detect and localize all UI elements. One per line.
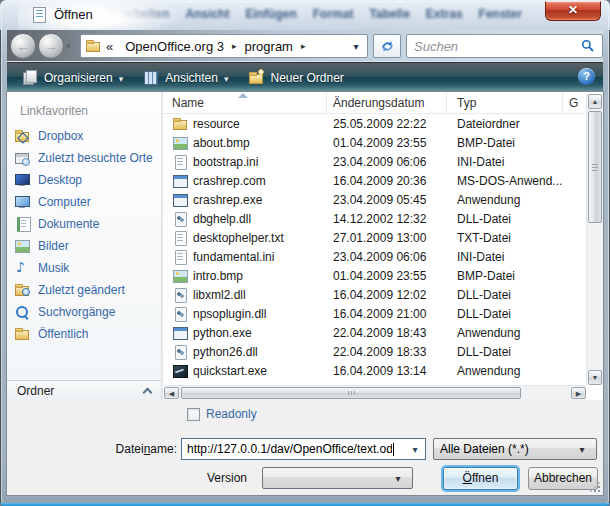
sidebar-item-musik[interactable]: Musik	[7, 257, 161, 279]
readonly-label[interactable]: Readonly	[206, 407, 257, 421]
table-row-fundamental-ini[interactable]: fundamental.ini23.04.2009 06:06INI-Datei	[164, 247, 586, 266]
breadcrumb-overflow[interactable]: «	[104, 39, 115, 54]
column-header-label: Änderungsdatum	[333, 96, 424, 110]
breadcrumb-segment-openoffice-org-3[interactable]: OpenOffice.org 3	[118, 39, 231, 54]
file-type: MS-DOS-Anwend...	[447, 174, 563, 188]
column-header-label: Name	[172, 96, 204, 110]
table-row-npsoplugin-dll[interactable]: npsoplugin.dll16.04.2009 21:00DLL-Datei	[164, 304, 586, 323]
version-dropdown-icon[interactable]	[390, 471, 406, 485]
background-menu-item: Tabelle	[369, 7, 409, 21]
horizontal-scroll-thumb[interactable]	[181, 387, 521, 399]
ini-file-icon	[172, 154, 188, 170]
file-date: 14.12.2002 12:32	[327, 212, 447, 226]
sidebar-item-desktop[interactable]: Desktop	[7, 169, 161, 191]
history-dropdown-icon[interactable]	[66, 40, 78, 52]
scroll-up-button[interactable]	[588, 94, 602, 109]
breadcrumb-chevron-icon[interactable]: ▸	[300, 41, 307, 51]
table-row-python-exe[interactable]: python.exe22.04.2009 18:43Anwendung	[164, 323, 586, 342]
scroll-left-button[interactable]	[164, 387, 179, 399]
scroll-right-button[interactable]	[571, 387, 586, 399]
folders-expander[interactable]: Ordner	[7, 380, 161, 400]
vertical-scrollbar[interactable]	[586, 94, 603, 385]
filename-label-text: ame:	[150, 442, 177, 456]
table-row-python26-dll[interactable]: python26.dll22.04.2009 18:33DLL-Datei	[164, 342, 586, 361]
table-row-crashrep-com[interactable]: crashrep.com16.04.2009 20:36MS-DOS-Anwen…	[164, 171, 586, 190]
forward-button[interactable]	[38, 33, 64, 59]
file-date: 23.04.2009 06:06	[327, 250, 447, 264]
file-name: python.exe	[193, 326, 252, 340]
file-name-cell: resource	[164, 116, 327, 132]
readonly-checkbox[interactable]	[187, 408, 200, 421]
table-row-desktophelper-txt[interactable]: desktophelper.txt27.01.2009 13:00TXT-Dat…	[164, 228, 586, 247]
background-menu-item: Einfügen	[245, 7, 296, 21]
sidebar-item-computer[interactable]: Computer	[7, 191, 161, 213]
sidebar-item-suchvorg-nge[interactable]: Suchvorgänge	[7, 301, 161, 323]
open-file-dialog: DateiBearbeitenAnsichtEinfügenFormatTabe…	[0, 0, 610, 506]
file-date: 16.04.2009 21:00	[327, 307, 447, 321]
sidebar-item-ffentlich[interactable]: Öffentlich	[7, 323, 161, 345]
views-button[interactable]: Ansichten	[136, 67, 235, 89]
column-header-type[interactable]: Typ	[447, 92, 563, 113]
sidebar-item-dokumente[interactable]: Dokumente	[7, 213, 161, 235]
table-row-dbghelp-dll[interactable]: dbghelp.dll14.12.2002 12:32DLL-Datei	[164, 209, 586, 228]
search-box[interactable]: Suchen	[406, 34, 603, 58]
computer-icon	[14, 194, 30, 210]
sidebar-item-zuletzt-besuchte-orte[interactable]: Zuletzt besuchte Orte	[7, 147, 161, 169]
dll-file-icon	[172, 306, 188, 322]
file-type: Anwendung	[447, 364, 563, 378]
table-row-crashrep-exe[interactable]: crashrep.exe23.04.2009 05:45Anwendung	[164, 190, 586, 209]
resize-grip[interactable]	[589, 481, 601, 493]
app-icon	[172, 192, 188, 208]
back-button[interactable]	[10, 33, 36, 59]
app-icon	[172, 325, 188, 341]
table-row-libxml2-dll[interactable]: libxml2.dll16.04.2009 12:02DLL-Datei	[164, 285, 586, 304]
column-header-label: Typ	[457, 96, 476, 110]
address-dropdown-icon[interactable]	[349, 39, 363, 53]
sidebar-item-bilder[interactable]: Bilder	[7, 235, 161, 257]
breadcrumb-segment-program[interactable]: program	[238, 39, 300, 54]
titlebar[interactable]: DateiBearbeitenAnsichtEinfügenFormatTabe…	[0, 0, 610, 30]
sidebar-item-label: Bilder	[38, 239, 69, 253]
file-type: Anwendung	[447, 193, 563, 207]
sidebar-item-zuletzt-ge-ndert[interactable]: Zuletzt geändert	[7, 279, 161, 301]
sidebar-item-label: Musik	[38, 261, 69, 275]
filename-dropdown-icon[interactable]	[407, 442, 423, 456]
close-button[interactable]: ✕	[545, 1, 601, 21]
sidebar-item-dropbox[interactable]: Dropbox	[7, 125, 161, 147]
filetype-select[interactable]: Alle Dateien (*.*)	[433, 438, 597, 460]
filename-input[interactable]: http://127.0.0.1/dav/OpenOffice/text.odt	[181, 438, 426, 460]
vertical-scroll-thumb[interactable]	[588, 111, 602, 223]
organize-button[interactable]: Organisieren	[15, 67, 130, 89]
table-row-about-bmp[interactable]: about.bmp01.04.2009 23:55BMP-Datei	[164, 133, 586, 152]
table-row-quickstart-exe[interactable]: quickstart.exe16.04.2009 13:14Anwendung	[164, 361, 586, 380]
refresh-button[interactable]	[373, 34, 401, 58]
filetype-dropdown-icon[interactable]	[574, 442, 590, 456]
file-name-cell: fundamental.ini	[164, 249, 327, 265]
filename-value[interactable]: http://127.0.0.1/dav/OpenOffice/text.odt	[187, 442, 392, 456]
column-header-date[interactable]: Änderungsdatum	[327, 92, 447, 113]
breadcrumb[interactable]: « OpenOffice.org 3▸program▸	[80, 34, 368, 58]
sidebar-item-label: Öffentlich	[38, 327, 88, 341]
file-rows: resource25.05.2009 22:22Dateiordnerabout…	[164, 114, 586, 385]
horizontal-scrollbar[interactable]	[164, 385, 586, 400]
file-type: INI-Datei	[447, 155, 563, 169]
table-row-intro-bmp[interactable]: intro.bmp01.04.2009 23:55BMP-Datei	[164, 266, 586, 285]
help-button[interactable]	[578, 68, 595, 88]
cancel-button[interactable]: Abbrechen	[528, 467, 598, 490]
search-icon[interactable]	[581, 39, 595, 53]
scroll-down-button[interactable]	[588, 370, 602, 385]
column-header-label: G	[569, 96, 578, 110]
table-row-resource[interactable]: resource25.05.2009 22:22Dateiordner	[164, 114, 586, 133]
open-button[interactable]: Öffnen	[443, 467, 518, 490]
version-select[interactable]	[262, 467, 413, 489]
file-type: TXT-Datei	[447, 231, 563, 245]
help-icon	[578, 68, 595, 85]
file-name: about.bmp	[193, 136, 250, 150]
file-name-cell: crashrep.exe	[164, 192, 327, 208]
table-row-bootstrap-ini[interactable]: bootstrap.ini23.04.2009 06:06INI-Datei	[164, 152, 586, 171]
file-date: 25.05.2009 22:22	[327, 117, 447, 131]
new-folder-button[interactable]: Neuer Ordner	[241, 67, 350, 89]
bmp-file-icon	[172, 268, 188, 284]
column-header-name[interactable]: Name	[164, 92, 327, 113]
organize-label: Organisieren	[44, 71, 113, 85]
